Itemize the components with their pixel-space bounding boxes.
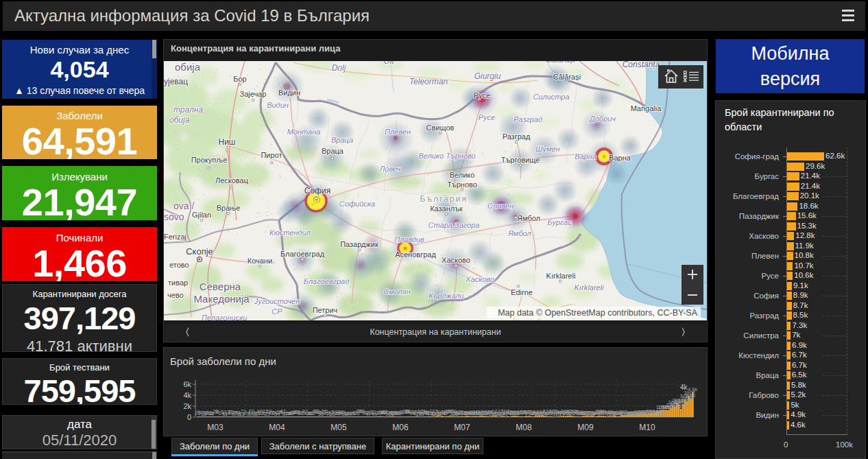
svg-text:Olt: Olt — [383, 61, 394, 66]
svg-text:Бургас: Бургас — [547, 218, 572, 226]
svg-text:M05: M05 — [330, 423, 347, 432]
svg-text:Благоевград: Благоевград — [304, 277, 350, 285]
svg-text:трална: трална — [173, 105, 203, 115]
svg-text:Шумен: Шумен — [535, 145, 559, 153]
svg-text:обија: обија — [169, 115, 190, 125]
svg-text:0: 0 — [187, 413, 191, 421]
svg-text:Плевен: Плевен — [385, 128, 411, 136]
svg-text:2k: 2k — [183, 402, 191, 410]
svg-text:Велико Търново: Велико Търново — [418, 152, 475, 160]
svg-text:София: София — [304, 186, 330, 196]
svg-text:СР: СР — [272, 307, 282, 316]
svg-text:Търговище: Търговище — [501, 156, 540, 164]
svg-text:тивар: тивар — [168, 279, 188, 287]
svg-text:Ямбол: Ямбол — [517, 214, 540, 222]
svg-text:ova /: ova / — [173, 200, 194, 211]
svg-text:Map data © OpenStreetMap contr: Map data © OpenStreetMap contributors, C… — [498, 308, 697, 318]
svg-text:Врање: Врање — [217, 204, 241, 212]
svg-text:Пелагониски: Пелагониски — [202, 314, 247, 320]
svg-text:Лесковац: Лесковац — [215, 176, 249, 185]
svg-text:Русе: Русе — [479, 113, 495, 121]
svg-text:Kırklareli: Kırklareli — [546, 272, 576, 280]
svg-text:Смолян: Смолян — [383, 287, 411, 296]
svg-text:Хасково: Хасково — [465, 275, 494, 283]
svg-text:M06: M06 — [392, 423, 409, 432]
svg-text:Видин: Видин — [267, 101, 289, 109]
svg-text:Зајечар: Зајечар — [240, 90, 267, 98]
svg-text:България: България — [420, 194, 468, 204]
svg-text:Скопје: Скопје — [186, 246, 213, 257]
svg-text:Прокупље: Прокупље — [191, 156, 228, 164]
svg-text:Силистра: Силистра — [533, 93, 569, 101]
svg-text:Ниш: Ниш — [219, 137, 236, 147]
svg-text:Кюстендил: Кюстендил — [269, 228, 311, 237]
svg-text:Gjilan: Gjilan — [192, 211, 211, 219]
svg-text:Враца: Враца — [331, 136, 353, 144]
svg-text:Петрич: Петрич — [313, 306, 338, 314]
svg-text:чево: чево — [167, 291, 184, 299]
svg-text:Софийска: Софийска — [339, 200, 375, 208]
svg-text:Враца: Враца — [322, 147, 344, 155]
svg-text:M08: M08 — [516, 423, 532, 432]
svg-text:Југоисточен: Југоисточен — [254, 297, 300, 305]
svg-text:4k: 4k — [183, 391, 191, 399]
svg-text:Călărași: Călărași — [545, 61, 575, 64]
svg-text:Teleorman: Teleorman — [409, 77, 448, 86]
svg-text:Благоевград: Благоевград — [280, 250, 325, 258]
svg-text:ујевац: ујевац — [164, 77, 188, 86]
svg-text:Варна: Варна — [575, 152, 596, 161]
svg-text:Ferizaj: Ferizaj — [164, 233, 186, 241]
svg-text:4k: 4k — [680, 384, 688, 391]
svg-text:M03: M03 — [207, 423, 224, 432]
svg-text:Пазарджик: Пазарджик — [340, 240, 378, 248]
svg-text:M09: M09 — [577, 423, 594, 432]
svg-text:Разград: Разград — [503, 132, 531, 141]
svg-text:Македонија: Македонија — [193, 293, 250, 305]
svg-text:sovo: sovo — [164, 211, 184, 222]
svg-text:етово: етово — [169, 261, 189, 269]
svg-text:Стара Загора: Стара Загора — [429, 221, 480, 229]
svg-text:Кърджали: Кърджали — [429, 292, 463, 300]
svg-text:Ловеч: Ловеч — [379, 165, 401, 173]
svg-text:Русе: Русе — [474, 91, 490, 99]
svg-text:6k: 6k — [183, 380, 191, 388]
svg-text:Пловдив: Пловдив — [394, 235, 424, 244]
svg-text:M07: M07 — [454, 423, 470, 432]
svg-text:Казанлък: Казанлък — [430, 204, 463, 213]
svg-text:Mangalia: Mangalia — [631, 104, 662, 113]
svg-text:Видин: Видин — [278, 89, 300, 97]
svg-text:Добрич: Добрич — [588, 115, 616, 123]
svg-text:M10: M10 — [639, 423, 655, 432]
svg-text:Dolj: Dolj — [332, 63, 346, 73]
svg-text:Kırklareli: Kırklareli — [575, 283, 604, 292]
svg-text:Разград: Разград — [514, 115, 542, 123]
svg-text:Ямбол: Ямбол — [507, 229, 531, 237]
svg-text:Бор: Бор — [233, 75, 246, 83]
svg-text:Хасково: Хасково — [442, 256, 470, 264]
svg-text:Северна: Северна — [200, 281, 241, 292]
svg-text:Giurgiu: Giurgiu — [474, 71, 501, 81]
svg-text:Edirne: Edirne — [511, 288, 533, 296]
svg-text:Варна: Варна — [609, 154, 631, 162]
svg-text:4.6k: 4.6k — [688, 386, 697, 392]
svg-text:Велико: Велико — [450, 171, 475, 179]
svg-text:3.4k: 3.4k — [686, 392, 695, 399]
svg-text:Сливен: Сливен — [487, 202, 514, 210]
svg-text:Търново: Търново — [447, 180, 477, 189]
svg-text:Călărași: Călărași — [553, 73, 581, 81]
svg-text:обија: обија — [175, 61, 201, 73]
svg-text:Пирот: Пирот — [261, 151, 282, 159]
svg-text:Свищов: Свищов — [426, 123, 455, 132]
svg-text:Кочани: Кочани — [248, 257, 272, 265]
svg-text:Constanța: Constanța — [623, 61, 660, 69]
svg-text:Асеновград: Асеновград — [395, 250, 436, 259]
svg-text:M04: M04 — [269, 423, 285, 432]
svg-text:Монтана: Монтана — [287, 128, 321, 136]
